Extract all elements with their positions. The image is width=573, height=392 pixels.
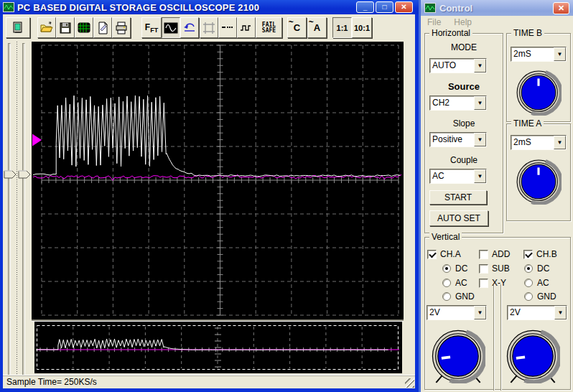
time-b-knob[interactable] <box>516 70 562 116</box>
couple-combobox[interactable]: AC ▼ <box>429 169 487 184</box>
time-a-group-label: TIME A <box>511 118 544 129</box>
vertical-group-label: Vertical <box>429 232 462 242</box>
start-button[interactable]: START <box>429 190 487 205</box>
chb-label: CH.B <box>536 249 557 259</box>
time-a-knob[interactable] <box>516 159 562 205</box>
frame-icon <box>202 21 216 35</box>
cha-ac-label: AC <box>455 278 467 288</box>
chevron-down-icon[interactable]: ▼ <box>474 96 486 110</box>
cha-range-combobox[interactable]: 2V ▼ <box>427 305 487 320</box>
chevron-down-icon[interactable]: ▼ <box>554 47 566 61</box>
add-checkbox[interactable] <box>479 250 488 259</box>
save-button[interactable] <box>56 17 75 38</box>
resize-grip[interactable] <box>405 378 414 388</box>
xy-label: X-Y <box>492 278 506 288</box>
chevron-down-icon[interactable]: ▼ <box>474 59 486 73</box>
horizontal-group: Horizontal MODE AUTO ▼ Source CH2 ▼ Slop… <box>424 33 503 233</box>
slider-focus-dots <box>17 42 17 388</box>
ratio-10-1-button[interactable]: 10:1 <box>352 17 372 38</box>
chevron-down-icon[interactable]: ▼ <box>474 169 486 183</box>
time-b-combobox[interactable]: 2mS ▼ <box>511 47 567 62</box>
menu-help[interactable]: Help <box>454 17 472 27</box>
cha-position-thumb[interactable] <box>4 170 17 179</box>
vertical-group: Vertical CH.A ADD CH.B DC SUB DC AC X-Y … <box>424 237 571 390</box>
couple-label: Couple <box>425 155 503 165</box>
dotted-line-icon <box>220 21 235 35</box>
chb-position-thumb[interactable] <box>18 170 32 179</box>
sine-wave-icon <box>164 22 178 34</box>
main-titlebar[interactable]: PC BASED DIGITAL STORAGE OSCILLOSCOPE 21… <box>0 0 419 14</box>
chb-ac-radio[interactable] <box>524 279 533 287</box>
open-file-button[interactable] <box>37 17 56 38</box>
probe-cal-c-button[interactable]: ~C <box>287 17 307 38</box>
horizontal-group-label: Horizontal <box>429 28 472 38</box>
auto-set-button[interactable]: AUTO SET <box>429 210 488 226</box>
chevron-down-icon[interactable]: ▼ <box>474 133 486 146</box>
slope-combobox[interactable]: Positive ▼ <box>429 132 487 147</box>
display-setup-button[interactable] <box>75 17 93 38</box>
exit-button[interactable] <box>6 17 30 38</box>
sub-label: SUB <box>492 263 510 274</box>
cha-dc-radio[interactable] <box>442 264 451 273</box>
save-floppy-icon <box>58 21 73 35</box>
trigger-level-marker[interactable] <box>32 134 42 146</box>
control-app-icon <box>424 3 436 13</box>
undo-arrow-button[interactable] <box>180 17 199 38</box>
toolbar: FFT <box>3 16 415 40</box>
cha-position-track[interactable] <box>8 43 11 386</box>
scope-display <box>32 42 404 319</box>
chb-range-combobox[interactable]: 2V ▼ <box>507 305 567 320</box>
time-b-group-label: TIME B <box>511 28 544 38</box>
minimize-button[interactable]: _ <box>356 1 374 13</box>
control-window-title: Control <box>439 3 472 14</box>
chb-dc-radio[interactable] <box>524 264 533 273</box>
main-window-title: PC BASED DIGITAL STORAGE OSCILLOSCOPE 21… <box>17 2 259 13</box>
frame-button[interactable] <box>200 17 218 38</box>
cha-enable-checkbox[interactable] <box>427 250 437 259</box>
chb-dc-label: DC <box>537 263 549 274</box>
probe-cal-a-button[interactable]: ~A <box>307 17 327 38</box>
chb-gnd-label: GND <box>537 291 556 302</box>
time-b-group: TIME B 2mS ▼ <box>506 33 571 122</box>
oscilloscope-window: PC BASED DIGITAL STORAGE OSCILLOSCOPE 21… <box>0 0 419 392</box>
ratio-1-1-button[interactable]: 1:1 <box>332 17 352 38</box>
dotted-line-button[interactable] <box>218 17 237 38</box>
close-button[interactable]: ✕ <box>395 1 413 13</box>
sub-checkbox[interactable] <box>479 264 488 274</box>
time-a-group: TIME A 2mS ▼ <box>506 123 571 221</box>
wave-display-button[interactable] <box>162 17 180 38</box>
cha-gain-knob[interactable] <box>431 329 485 383</box>
control-close-button[interactable]: ✕ <box>553 2 569 14</box>
maximize-button[interactable]: □ <box>376 1 393 13</box>
mode-combobox[interactable]: AUTO ▼ <box>429 58 487 73</box>
undo-arrow-icon <box>182 22 197 34</box>
fft-button[interactable]: FFT <box>141 17 162 38</box>
channel-divider <box>493 284 494 391</box>
chevron-down-icon[interactable]: ▼ <box>554 136 566 149</box>
scope-preview[interactable] <box>34 322 402 373</box>
chb-gain-knob[interactable] <box>506 329 560 383</box>
add-label: ADD <box>492 249 510 259</box>
time-a-combobox[interactable]: 2mS ▼ <box>511 135 567 150</box>
menu-file[interactable]: File <box>427 17 441 27</box>
open-folder-icon <box>39 21 54 35</box>
cha-ac-radio[interactable] <box>442 279 451 287</box>
square-wave-icon <box>239 21 253 35</box>
square-wave-button[interactable] <box>237 17 256 38</box>
notes-page-button[interactable] <box>93 17 112 38</box>
cha-label: CH.A <box>440 249 461 259</box>
source-combobox[interactable]: CH2 ▼ <box>429 95 487 111</box>
fail-safe-button[interactable]: FAIL SAFE <box>256 17 282 38</box>
chevron-down-icon[interactable]: ▼ <box>554 306 567 319</box>
chb-position-track[interactable] <box>22 43 25 386</box>
cha-gnd-radio[interactable] <box>442 292 451 301</box>
xy-checkbox[interactable] <box>479 279 488 288</box>
print-button[interactable] <box>112 17 131 38</box>
position-slider-zone <box>3 42 32 388</box>
channel-divider <box>500 284 501 391</box>
control-titlebar[interactable]: Control ✕ <box>421 0 573 16</box>
chevron-down-icon[interactable]: ▼ <box>474 306 486 319</box>
chb-gnd-radio[interactable] <box>524 292 533 301</box>
chb-enable-checkbox[interactable] <box>523 250 533 259</box>
control-menubar: File Help <box>421 16 573 29</box>
